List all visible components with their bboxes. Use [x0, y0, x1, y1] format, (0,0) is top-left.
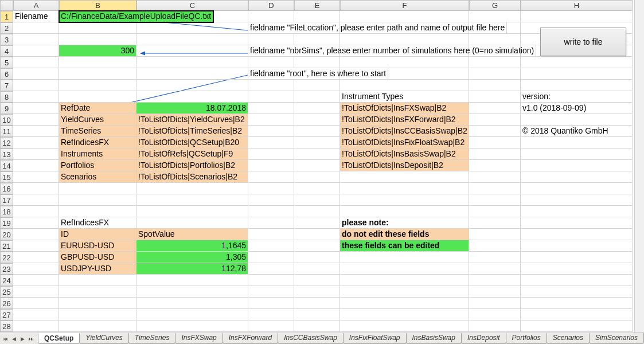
- cell[interactable]: [13, 229, 59, 240]
- cell[interactable]: [13, 91, 59, 103]
- cell[interactable]: [340, 320, 469, 332]
- tab-nav-last-icon[interactable]: ⏭: [27, 334, 36, 343]
- sheet-tab-qcsetup[interactable]: QCSetup: [38, 333, 80, 344]
- cell[interactable]: [294, 309, 340, 320]
- vertical-scrollbar[interactable]: [634, 0, 644, 333]
- cell[interactable]: [59, 194, 136, 206]
- cell[interactable]: [13, 194, 59, 206]
- cell[interactable]: [340, 183, 469, 194]
- cell[interactable]: [136, 22, 248, 34]
- row-header-9[interactable]: 9: [0, 103, 13, 114]
- cell[interactable]: [248, 206, 294, 217]
- cell[interactable]: [521, 206, 633, 217]
- row-header-17[interactable]: 17: [0, 194, 13, 206]
- sheet-tab-insfixfloatswap[interactable]: InsFixFloatSwap: [343, 333, 407, 344]
- row-header-5[interactable]: 5: [0, 57, 13, 68]
- row-header-1[interactable]: 1: [0, 11, 13, 22]
- row-header-15[interactable]: 15: [0, 171, 13, 183]
- cell[interactable]: [521, 320, 633, 332]
- cell[interactable]: [59, 206, 136, 217]
- cell[interactable]: [13, 286, 59, 298]
- cell[interactable]: [248, 298, 294, 309]
- column-header-H[interactable]: H: [521, 0, 633, 11]
- cell[interactable]: [294, 240, 340, 252]
- cell[interactable]: [294, 160, 340, 171]
- cell[interactable]: [294, 286, 340, 298]
- cell-H11[interactable]: © 2018 Quantiko GmbH: [521, 126, 633, 137]
- cell-C21[interactable]: 1,1645: [136, 240, 248, 252]
- cell-C14[interactable]: !ToListOfDicts|Portfolios|B2: [136, 160, 248, 171]
- cell[interactable]: [248, 34, 294, 45]
- row-header-26[interactable]: 26: [0, 298, 13, 309]
- sheet-tab-insfxforward[interactable]: InsFXForward: [223, 333, 278, 344]
- sheet-tab-insbasisswap[interactable]: InsBasisSwap: [406, 333, 462, 344]
- cell[interactable]: [13, 275, 59, 286]
- cell[interactable]: [340, 275, 469, 286]
- row-header-24[interactable]: 24: [0, 275, 13, 286]
- cell[interactable]: [248, 263, 294, 275]
- row-header-13[interactable]: 13: [0, 148, 13, 160]
- tab-nav-next-icon[interactable]: ▶: [18, 334, 27, 343]
- cell[interactable]: [340, 286, 469, 298]
- column-header-F[interactable]: F: [340, 0, 469, 11]
- cell-C15[interactable]: !ToListOfDicts|Scenarios|B2: [136, 171, 248, 183]
- cell[interactable]: [469, 252, 521, 263]
- cell-D4[interactable]: fieldname "nbrSims", please enter number…: [248, 45, 536, 57]
- tab-nav-first-icon[interactable]: ⏮: [1, 334, 10, 343]
- cell[interactable]: [469, 263, 521, 275]
- cell[interactable]: [13, 320, 59, 332]
- cell-F13[interactable]: !ToListOfDicts|InsBasisSwap|B2: [340, 148, 469, 160]
- cell[interactable]: [294, 11, 340, 22]
- sheet-tab-simscenarios[interactable]: SimScenarios: [589, 333, 644, 344]
- cell[interactable]: [248, 57, 294, 68]
- cell[interactable]: [13, 160, 59, 171]
- cell-H9[interactable]: v1.0 (2018-09-09): [521, 103, 633, 114]
- cell-B11[interactable]: TimeSeries: [59, 126, 136, 137]
- tab-nav-prev-icon[interactable]: ◀: [10, 334, 18, 343]
- cell[interactable]: [294, 57, 340, 68]
- cell[interactable]: [13, 148, 59, 160]
- sheet-tab-insdeposit[interactable]: InsDeposit: [461, 333, 506, 344]
- column-header-C[interactable]: C: [136, 0, 248, 11]
- cell[interactable]: [136, 217, 248, 229]
- cell[interactable]: [469, 194, 521, 206]
- cell[interactable]: [469, 275, 521, 286]
- cell[interactable]: [13, 114, 59, 126]
- column-header-D[interactable]: D: [248, 0, 294, 11]
- cell[interactable]: [469, 68, 521, 80]
- cell[interactable]: [59, 183, 136, 194]
- row-header-3[interactable]: 3: [0, 34, 13, 45]
- cell[interactable]: [469, 91, 521, 103]
- cell[interactable]: [521, 286, 633, 298]
- row-header-19[interactable]: 19: [0, 217, 13, 229]
- cell[interactable]: [59, 286, 136, 298]
- cell-C22[interactable]: 1,305: [136, 252, 248, 263]
- cell[interactable]: [13, 45, 59, 57]
- cell[interactable]: [248, 160, 294, 171]
- cell[interactable]: [248, 252, 294, 263]
- cell[interactable]: [340, 298, 469, 309]
- cell-F9[interactable]: !ToListOfDicts|InsFXSwap|B2: [340, 103, 469, 114]
- cell[interactable]: [469, 240, 521, 252]
- cell[interactable]: [294, 103, 340, 114]
- cell-C23[interactable]: 112,78: [136, 263, 248, 275]
- row-header-11[interactable]: 11: [0, 126, 13, 137]
- cell[interactable]: [248, 309, 294, 320]
- cell[interactable]: [248, 103, 294, 114]
- cell[interactable]: [294, 126, 340, 137]
- cell-F21[interactable]: these fields can be edited: [340, 240, 469, 252]
- cell[interactable]: [469, 126, 521, 137]
- cell-D6[interactable]: fieldname "root", here is where to start: [248, 68, 388, 80]
- cell[interactable]: [294, 194, 340, 206]
- sheet-tab-yieldcurves[interactable]: YieldCurves: [79, 333, 128, 344]
- cell[interactable]: [59, 80, 136, 91]
- cell[interactable]: [136, 275, 248, 286]
- cell[interactable]: [13, 252, 59, 263]
- cell[interactable]: [294, 320, 340, 332]
- write-to-file-button[interactable]: write to file: [540, 28, 626, 56]
- cell-B21[interactable]: EURUSD-USD: [59, 240, 136, 252]
- row-header-27[interactable]: 27: [0, 309, 13, 320]
- cell[interactable]: [340, 263, 469, 275]
- cell[interactable]: [469, 148, 521, 160]
- cell-B19[interactable]: RefIndicesFX: [59, 217, 136, 229]
